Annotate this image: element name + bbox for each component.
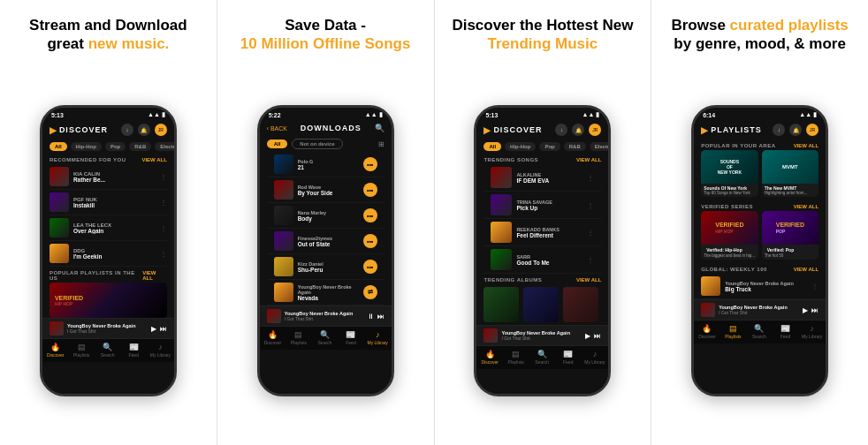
play-icon-tr[interactable]: ▶: [585, 332, 590, 340]
song-dots-tr-2[interactable]: ⋮: [587, 229, 594, 237]
song-row[interactable]: DDG I'm Geekin ⋮: [49, 241, 167, 267]
download-icon[interactable]: ↓: [121, 124, 133, 136]
section-playlists-view-all[interactable]: VIEW ALL: [142, 270, 167, 281]
avatar-tr[interactable]: JR: [589, 124, 601, 136]
album-card-0[interactable]: [483, 287, 519, 322]
filter-electronic-tr[interactable]: Electronic: [590, 142, 609, 151]
dl-options-btn[interactable]: ⇌: [363, 285, 377, 299]
search-icon-dl[interactable]: 🔍: [375, 124, 385, 132]
bottom-playlists-pl[interactable]: ▤ Playlists: [723, 324, 742, 339]
dl-row[interactable]: Kizz Daniel Shu-Peru •••: [267, 254, 385, 280]
bottom-discover-tr[interactable]: 🔥 Discover: [480, 350, 499, 365]
bottom-feed-pl[interactable]: 📰 Feed: [775, 324, 795, 339]
album-card-2[interactable]: [563, 287, 598, 322]
bottom-search-tr[interactable]: 🔍 Search: [532, 350, 552, 365]
bell-icon[interactable]: 🔔: [138, 124, 150, 136]
dl-row[interactable]: Finesse2tymes Out of State •••: [267, 229, 385, 254]
dl-row[interactable]: Nana Marley Body •••: [267, 203, 385, 229]
bottom-feed-tr[interactable]: 📰 Feed: [559, 350, 578, 365]
section-verified-view-all[interactable]: VIEW ALL: [794, 204, 819, 209]
trending-row[interactable]: Reekado Banks Feel Different ⋮: [483, 219, 601, 246]
song-dots-icon[interactable]: ⋮: [160, 173, 167, 181]
filter-hiphop[interactable]: Hip-Hop: [71, 142, 102, 151]
section-trending-songs-view-all[interactable]: VIEW ALL: [576, 157, 601, 162]
bell-icon-tr[interactable]: 🔔: [572, 124, 584, 136]
song-dots-tr-0[interactable]: ⋮: [587, 174, 594, 182]
bottom-discover-dl[interactable]: 🔥 Discover: [263, 330, 282, 345]
bottom-library-dl[interactable]: ♪ My Library: [368, 330, 388, 345]
mini-player[interactable]: YoungBoy Never Broke Again I Got That Sh…: [42, 318, 174, 338]
mini-player-tr[interactable]: YoungBoy Never Broke Again I Got That Sh…: [476, 325, 608, 345]
back-arrow-icon[interactable]: ‹ BACK: [267, 125, 287, 132]
song-row[interactable]: LEA THE LECX Over Again ⋮: [49, 215, 167, 241]
dl-row[interactable]: Rod Wave By Your Side •••: [267, 177, 385, 203]
pause-icon[interactable]: ⏸: [367, 313, 374, 321]
section-trending-albums-view-all[interactable]: VIEW ALL: [576, 277, 601, 283]
trending-row[interactable]: ALKALINE IF DEM EVA ⋮: [483, 164, 601, 192]
play-icon-pl[interactable]: ▶: [803, 306, 808, 314]
section-global-view-all[interactable]: VIEW ALL: [794, 267, 819, 272]
song-dots-icon[interactable]: ⋮: [160, 199, 167, 207]
verified-card-pop[interactable]: VERIFIEDPOP Verified: Pop The hot 50: [762, 211, 819, 260]
bell-icon-pl[interactable]: 🔔: [789, 124, 802, 136]
play-pause-icon[interactable]: ▶: [151, 325, 156, 333]
bottom-playlists[interactable]: ▤ Playlists: [72, 343, 91, 358]
playlist-card-1[interactable]: MVMT The New MVMT Highlighting artist fr…: [762, 150, 819, 197]
dl-options-btn[interactable]: •••: [363, 208, 377, 222]
bottom-library-pl[interactable]: ♪ My Library: [802, 324, 822, 339]
dl-row[interactable]: Polo G 21 •••: [267, 152, 385, 177]
download-icon-pl[interactable]: ↓: [773, 124, 785, 136]
bottom-discover-pl[interactable]: 🔥 Discover: [697, 324, 717, 339]
filter-all-tr[interactable]: All: [483, 142, 501, 151]
song-row[interactable]: PGF Nuk Instakill ⋮: [49, 190, 167, 215]
section-popular-area-view-all[interactable]: VIEW ALL: [794, 143, 819, 148]
download-icon-tr[interactable]: ↓: [555, 124, 567, 136]
dl-row[interactable]: YoungBoy Never Broke Again Nevada ⇌: [267, 280, 385, 305]
song-dots-icon[interactable]: ⋮: [160, 250, 167, 258]
filter-hiphop-tr[interactable]: Hip-Hop: [505, 142, 536, 151]
dl-options-btn[interactable]: •••: [363, 260, 377, 274]
bottom-discover[interactable]: 🔥 Discover: [46, 343, 65, 358]
bottom-search-dl[interactable]: 🔍 Search: [315, 330, 334, 345]
trending-row[interactable]: Sarr Good To Me ⋮: [483, 246, 601, 274]
verified-card-hiphop[interactable]: VERIFIEDHIP HOP Verified: Hip-Hop The bi…: [701, 211, 758, 260]
next-icon-pl[interactable]: ⏭: [811, 306, 819, 314]
filter-electronic[interactable]: Electronic: [155, 142, 174, 151]
global-item[interactable]: YoungBoy Never Broke Again Big Truck ⋮: [694, 274, 826, 299]
playlist-card-0[interactable]: SOUNDSOFNEW YORK Sounds Of New York Top …: [701, 150, 758, 197]
bottom-library[interactable]: ♪ My Library: [150, 343, 171, 358]
bottom-search[interactable]: 🔍 Search: [98, 343, 118, 358]
dl-filter-not-on-device[interactable]: Not on device: [292, 139, 342, 149]
song-dots-tr-3[interactable]: ⋮: [587, 256, 594, 264]
album-card-1[interactable]: [523, 287, 559, 322]
mini-player-pl[interactable]: YoungBoy Never Broke Again I Got That Sh…: [694, 299, 826, 320]
filter-pop[interactable]: Pop: [105, 142, 126, 151]
section-recommended-view-all[interactable]: VIEW ALL: [141, 157, 166, 162]
filter-rnb[interactable]: R&B: [129, 142, 151, 151]
next-icon-tr[interactable]: ⏭: [594, 332, 601, 340]
filter-options-icon[interactable]: ⊞: [378, 140, 385, 148]
filter-rnb-tr[interactable]: R&B: [564, 142, 586, 151]
avatar-pl[interactable]: JR: [806, 124, 819, 136]
avatar[interactable]: JR: [155, 124, 167, 136]
next-icon-dl[interactable]: ⏭: [377, 313, 385, 321]
playlist-banner[interactable]: VERIFIED HIP HOP: [49, 283, 167, 318]
filter-all[interactable]: All: [49, 142, 67, 151]
dl-filter-all[interactable]: All: [267, 140, 288, 148]
bottom-library-tr[interactable]: ♪ My Library: [584, 350, 605, 365]
song-dots-icon[interactable]: ⋮: [160, 224, 167, 232]
bottom-playlists-dl[interactable]: ▤ Playlists: [289, 330, 308, 345]
next-icon[interactable]: ⏭: [160, 325, 167, 333]
filter-pop-tr[interactable]: Pop: [539, 142, 560, 151]
trending-row[interactable]: Trina Savage Pick Up ⋮: [483, 192, 601, 219]
bottom-playlists-tr[interactable]: ▤ Playlists: [506, 350, 526, 365]
bottom-search-pl[interactable]: 🔍 Search: [750, 324, 769, 339]
global-item-dots[interactable]: ⋮: [811, 283, 819, 290]
dl-options-btn[interactable]: •••: [363, 234, 377, 248]
song-row[interactable]: Kia Calin Rather Be... ⋮: [49, 164, 167, 190]
bottom-feed[interactable]: 📰 Feed: [124, 343, 143, 358]
dl-options-btn[interactable]: •••: [363, 157, 377, 171]
dl-options-btn[interactable]: •••: [363, 183, 377, 197]
song-dots-tr-1[interactable]: ⋮: [587, 201, 594, 209]
bottom-feed-dl[interactable]: 📰 Feed: [341, 330, 361, 345]
